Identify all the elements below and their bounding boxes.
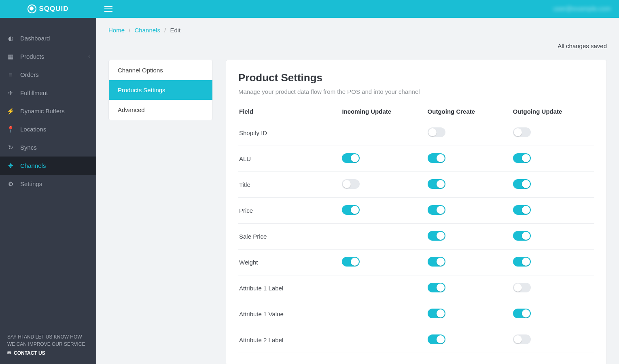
refresh-icon: ↻ xyxy=(7,144,14,151)
sidebar-footer-line2: WE CAN IMPROVE OUR SERVICE xyxy=(7,341,89,348)
table-row: Attribute 1 Label xyxy=(238,275,594,301)
table-row: ALU xyxy=(238,146,594,172)
field-label: Weight xyxy=(238,250,338,275)
sidebar-item-label: Dynamic Buffers xyxy=(20,108,65,114)
panel-subtitle: Manage your product data flow from the P… xyxy=(238,88,594,95)
table-row: Sale Price xyxy=(238,224,594,250)
pin-icon: 📍 xyxy=(7,126,14,133)
topbar: user@example.com xyxy=(96,0,619,18)
column-header: Incoming Update xyxy=(338,103,423,120)
gauge-icon: ◐ xyxy=(7,35,14,42)
sidebar-item-label: Products xyxy=(20,53,44,60)
table-row: Weight xyxy=(238,250,594,275)
table-row: Shopify ID xyxy=(238,120,594,146)
toggle-outgoing-update[interactable] xyxy=(513,257,531,267)
sidebar-item-label: Settings xyxy=(20,180,42,187)
subnav-item-advanced[interactable]: Advanced xyxy=(109,100,212,120)
save-status: All changes saved xyxy=(108,42,607,49)
sidebar-item-label: Fulfillment xyxy=(20,89,48,96)
field-label: ALU xyxy=(238,146,338,172)
table-row: Attribute 2 Label xyxy=(238,327,594,353)
settings-subnav: Channel OptionsProducts SettingsAdvanced xyxy=(108,60,213,120)
field-label: Attribute 2 Label xyxy=(238,327,338,353)
brand-text: SQQUID xyxy=(39,5,68,13)
toggle-outgoing-update[interactable] xyxy=(513,153,531,163)
toggle-outgoing-update[interactable] xyxy=(513,231,531,241)
subnav-item-channel-options[interactable]: Channel Options xyxy=(109,60,212,80)
toggle-outgoing-create[interactable] xyxy=(428,153,445,163)
sidebar-item-label: Dashboard xyxy=(20,35,50,42)
toggle-incoming[interactable] xyxy=(342,179,360,189)
main: Home / Channels / Edit All changes saved… xyxy=(96,0,619,364)
breadcrumb-sep: / xyxy=(129,27,130,34)
column-header: Outgoing Update xyxy=(509,103,594,120)
sidebar-item-locations[interactable]: 📍Locations xyxy=(0,120,96,138)
field-label: Attribute 1 Label xyxy=(238,275,338,301)
field-label: Title xyxy=(238,172,338,198)
toggle-outgoing-create[interactable] xyxy=(428,127,445,137)
user-menu[interactable]: user@example.com xyxy=(553,5,611,13)
menu-toggle-icon[interactable] xyxy=(104,6,112,12)
table-row: Title xyxy=(238,172,594,198)
list-icon: ≡ xyxy=(7,72,14,78)
sidebar-item-channels[interactable]: ✥Channels xyxy=(0,157,96,175)
sidebar-item-products[interactable]: ▦Products‹ xyxy=(0,47,96,66)
subnav-item-products-settings[interactable]: Products Settings xyxy=(109,80,212,100)
sidebar-item-label: Syncs xyxy=(20,144,37,151)
toggle-outgoing-create[interactable] xyxy=(428,334,445,344)
toggle-outgoing-create[interactable] xyxy=(428,309,445,318)
sidebar-item-label: Orders xyxy=(20,71,39,78)
column-header: Outgoing Create xyxy=(424,103,509,120)
sidebar: SQQUID ◐Dashboard▦Products‹≡Orders✈Fulfi… xyxy=(0,0,96,364)
rocket-icon: ✈ xyxy=(7,90,14,96)
brand-logo-icon xyxy=(28,4,36,13)
breadcrumb-current: Edit xyxy=(170,27,180,34)
breadcrumb-channels[interactable]: Channels xyxy=(135,27,160,34)
sidebar-item-label: Channels xyxy=(20,162,46,169)
breadcrumb-sep: / xyxy=(164,27,166,34)
arrows-icon: ✥ xyxy=(7,163,14,169)
brand[interactable]: SQQUID xyxy=(0,0,96,18)
toggle-outgoing-create[interactable] xyxy=(428,257,445,267)
toggle-outgoing-create[interactable] xyxy=(428,231,445,241)
breadcrumb: Home / Channels / Edit xyxy=(108,18,607,42)
settings-panel: Product Settings Manage your product dat… xyxy=(226,60,607,364)
column-header: Field xyxy=(238,103,338,120)
mail-icon: ✉ xyxy=(7,349,11,357)
toggle-incoming[interactable] xyxy=(342,153,360,163)
sidebar-item-syncs[interactable]: ↻Syncs xyxy=(0,138,96,157)
toggle-outgoing-update[interactable] xyxy=(513,334,531,344)
field-label: Price xyxy=(238,198,338,224)
sidebar-nav: ◐Dashboard▦Products‹≡Orders✈Fulfillment⚡… xyxy=(0,18,96,326)
chevron-left-icon: ‹ xyxy=(89,54,90,59)
table-row: Attribute 1 Value xyxy=(238,301,594,327)
grid-icon: ▦ xyxy=(7,53,14,60)
toggle-outgoing-update[interactable] xyxy=(513,309,531,318)
toggle-outgoing-update[interactable] xyxy=(513,283,531,292)
sidebar-item-orders[interactable]: ≡Orders xyxy=(0,66,96,84)
sidebar-item-dashboard[interactable]: ◐Dashboard xyxy=(0,29,96,47)
field-label: Attribute 1 Value xyxy=(238,301,338,327)
toggle-incoming[interactable] xyxy=(342,257,360,267)
field-label: Shopify ID xyxy=(238,120,338,146)
toggle-outgoing-update[interactable] xyxy=(513,127,531,137)
toggle-outgoing-update[interactable] xyxy=(513,179,531,189)
bolt-icon: ⚡ xyxy=(7,108,14,114)
settings-table: FieldIncoming UpdateOutgoing CreateOutgo… xyxy=(238,103,594,353)
sidebar-item-label: Locations xyxy=(20,126,46,133)
toggle-outgoing-create[interactable] xyxy=(428,283,445,292)
sidebar-item-settings[interactable]: ⚙Settings xyxy=(0,175,96,193)
sidebar-footer-line1: SAY HI AND LET US KNOW HOW xyxy=(7,333,89,341)
sidebar-footer: SAY HI AND LET US KNOW HOW WE CAN IMPROV… xyxy=(0,326,96,364)
sidebar-item-dynamic-buffers[interactable]: ⚡Dynamic Buffers xyxy=(0,102,96,120)
contact-label: CONTACT US xyxy=(14,349,45,357)
toggle-incoming[interactable] xyxy=(342,205,360,215)
gear-icon: ⚙ xyxy=(7,181,14,187)
panel-title: Product Settings xyxy=(238,72,594,84)
breadcrumb-home[interactable]: Home xyxy=(108,27,125,34)
toggle-outgoing-create[interactable] xyxy=(428,179,445,189)
contact-link[interactable]: ✉ CONTACT US xyxy=(7,349,89,357)
toggle-outgoing-create[interactable] xyxy=(428,205,445,215)
sidebar-item-fulfillment[interactable]: ✈Fulfillment xyxy=(0,84,96,102)
toggle-outgoing-update[interactable] xyxy=(513,205,531,215)
